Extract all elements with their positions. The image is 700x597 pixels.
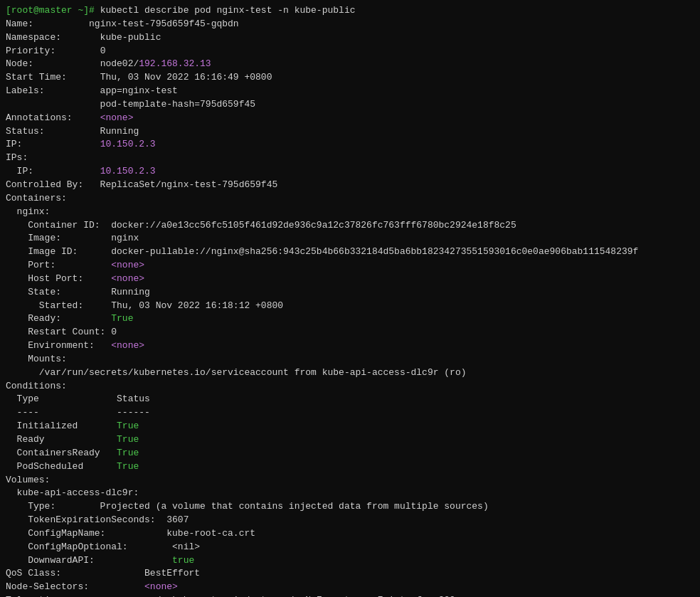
- output-status: Status: Running: [6, 125, 694, 139]
- output-ips: IPs:: [6, 152, 694, 165]
- output-ips-ip: IP: 10.150.2.3: [6, 165, 694, 179]
- command-text: kubectl describe pod nginx-test -n kube-…: [100, 5, 356, 16]
- output-token-expiration: TokenExpirationSeconds: 3607: [6, 514, 694, 527]
- output-image: Image: nginx: [6, 232, 694, 245]
- output-conditions: Conditions:: [6, 380, 694, 393]
- output-environment: Environment: <none>: [6, 339, 694, 353]
- output-volume-name: kube-api-access-dlc9r:: [6, 487, 694, 500]
- output-pod-scheduled: PodScheduled True: [6, 460, 694, 474]
- command-line: [root@master ~]# kubectl describe pod ng…: [6, 4, 694, 18]
- output-container-id: Container ID: docker://a0e13cc56fc5105f4…: [6, 219, 694, 233]
- output-node: Node: node02/192.168.32.13: [6, 58, 694, 71]
- output-node-selectors: Node-Selectors: <none>: [6, 581, 694, 594]
- output-priority: Priority: 0: [6, 45, 694, 58]
- output-containers: Containers:: [6, 192, 694, 206]
- output-configmap-optional: ConfigMapOptional: <nil>: [6, 541, 694, 554]
- output-controlled-by: Controlled By: ReplicaSet/nginx-test-795…: [6, 179, 694, 192]
- output-qos: QoS Class: BestEffort: [6, 567, 694, 581]
- output-annotations: Annotations: <none>: [6, 112, 694, 125]
- output-ready-cond: Ready True: [6, 433, 694, 447]
- output-mounts-path: /var/run/secrets/kubernetes.io/serviceac…: [6, 366, 694, 380]
- output-mounts: Mounts:: [6, 353, 694, 366]
- output-containers-ready: ContainersReady True: [6, 447, 694, 460]
- output-state: State: Running: [6, 286, 694, 300]
- output-configmap-name: ConfigMapName: kube-root-ca.crt: [6, 527, 694, 541]
- output-tolerations: Tolerations: node.kubernetes.io/not-read…: [6, 594, 694, 597]
- output-host-port: Host Port: <none>: [6, 273, 694, 286]
- output-downward-api: DownwardAPI: true: [6, 554, 694, 568]
- output-nginx: nginx:: [6, 206, 694, 219]
- output-name: Name: nginx-test-795d659f45-gqbdn: [6, 18, 694, 31]
- output-port: Port: <none>: [6, 259, 694, 273]
- output-labels2: pod-template-hash=795d659f45: [6, 98, 694, 112]
- output-volume-type: Type: Projected (a volume that contains …: [6, 500, 694, 514]
- output-namespace: Namespace: kube-public: [6, 31, 694, 45]
- output-labels: Labels: app=nginx-test: [6, 85, 694, 98]
- output-restart-count: Restart Count: 0: [6, 326, 694, 339]
- output-image-id: Image ID: docker-pullable://nginx@sha256…: [6, 245, 694, 259]
- output-ready: Ready: True: [6, 312, 694, 326]
- output-volumes: Volumes:: [6, 474, 694, 487]
- prompt: [root@master ~]#: [6, 5, 100, 16]
- output-conditions-divider: ---- ------: [6, 406, 694, 420]
- output-ip: IP: 10.150.2.3: [6, 138, 694, 152]
- output-initialized: Initialized True: [6, 420, 694, 433]
- terminal: [root@master ~]# kubectl describe pod ng…: [0, 0, 700, 597]
- output-starttime: Start Time: Thu, 03 Nov 2022 16:16:49 +0…: [6, 71, 694, 85]
- output-started: Started: Thu, 03 Nov 2022 16:18:12 +0800: [6, 300, 694, 313]
- output-conditions-header: Type Status: [6, 393, 694, 406]
